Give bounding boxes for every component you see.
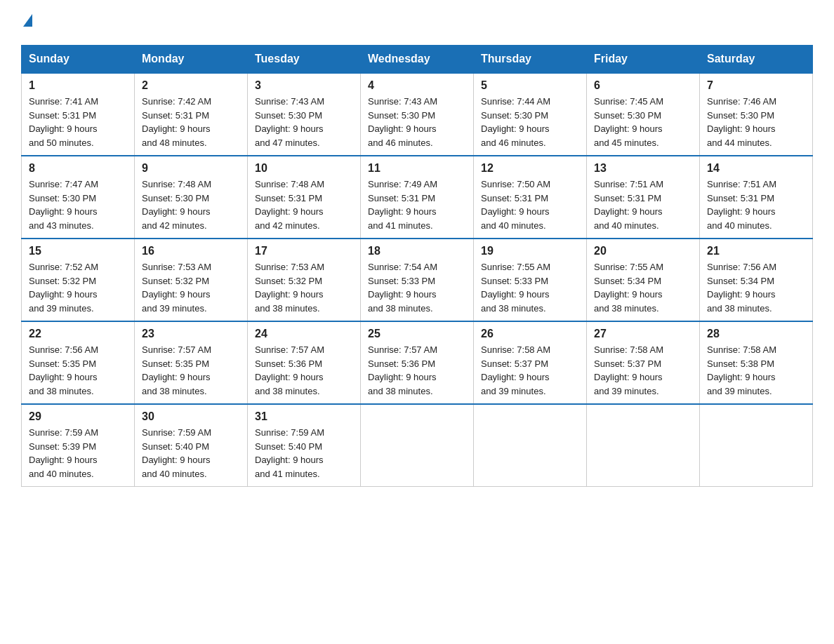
calendar-day-cell: 21Sunrise: 7:56 AMSunset: 5:34 PMDayligh… xyxy=(700,239,813,321)
calendar-day-cell xyxy=(700,404,813,487)
day-number: 16 xyxy=(142,245,240,257)
calendar-header-row: SundayMondayTuesdayWednesdayThursdayFrid… xyxy=(22,46,813,74)
day-number: 15 xyxy=(29,245,127,257)
calendar-day-header: Saturday xyxy=(700,46,813,74)
calendar-day-header: Tuesday xyxy=(248,46,361,74)
day-detail: Sunrise: 7:52 AMSunset: 5:32 PMDaylight:… xyxy=(29,260,127,315)
day-detail: Sunrise: 7:59 AMSunset: 5:40 PMDaylight:… xyxy=(142,426,240,481)
day-number: 5 xyxy=(481,79,579,92)
day-detail: Sunrise: 7:53 AMSunset: 5:32 PMDaylight:… xyxy=(255,260,353,315)
day-number: 21 xyxy=(707,245,805,257)
calendar-table: SundayMondayTuesdayWednesdayThursdayFrid… xyxy=(21,45,813,487)
calendar-week-row: 8Sunrise: 7:47 AMSunset: 5:30 PMDaylight… xyxy=(22,156,813,239)
calendar-day-header: Sunday xyxy=(22,46,135,74)
day-number: 22 xyxy=(29,328,127,340)
day-detail: Sunrise: 7:43 AMSunset: 5:30 PMDaylight:… xyxy=(368,95,466,149)
day-detail: Sunrise: 7:53 AMSunset: 5:32 PMDaylight:… xyxy=(142,260,240,315)
page-header xyxy=(21,14,813,31)
calendar-day-cell: 5Sunrise: 7:44 AMSunset: 5:30 PMDaylight… xyxy=(474,73,587,156)
calendar-day-cell: 19Sunrise: 7:55 AMSunset: 5:33 PMDayligh… xyxy=(474,239,587,321)
calendar-day-cell: 26Sunrise: 7:58 AMSunset: 5:37 PMDayligh… xyxy=(474,321,587,404)
calendar-day-cell: 29Sunrise: 7:59 AMSunset: 5:39 PMDayligh… xyxy=(22,404,135,487)
calendar-day-cell: 15Sunrise: 7:52 AMSunset: 5:32 PMDayligh… xyxy=(22,239,135,321)
day-number: 11 xyxy=(368,162,466,175)
day-detail: Sunrise: 7:59 AMSunset: 5:39 PMDaylight:… xyxy=(29,426,127,481)
day-detail: Sunrise: 7:49 AMSunset: 5:31 PMDaylight:… xyxy=(368,177,466,232)
day-number: 29 xyxy=(29,410,127,423)
day-detail: Sunrise: 7:54 AMSunset: 5:33 PMDaylight:… xyxy=(368,260,466,315)
calendar-day-cell: 1Sunrise: 7:41 AMSunset: 5:31 PMDaylight… xyxy=(22,73,135,156)
day-detail: Sunrise: 7:44 AMSunset: 5:30 PMDaylight:… xyxy=(481,95,579,149)
calendar-day-cell: 25Sunrise: 7:57 AMSunset: 5:36 PMDayligh… xyxy=(361,321,474,404)
calendar-day-cell: 18Sunrise: 7:54 AMSunset: 5:33 PMDayligh… xyxy=(361,239,474,321)
calendar-day-cell: 10Sunrise: 7:48 AMSunset: 5:31 PMDayligh… xyxy=(248,156,361,239)
calendar-day-cell xyxy=(361,404,474,487)
calendar-day-cell: 4Sunrise: 7:43 AMSunset: 5:30 PMDaylight… xyxy=(361,73,474,156)
calendar-week-row: 15Sunrise: 7:52 AMSunset: 5:32 PMDayligh… xyxy=(22,239,813,321)
calendar-day-cell: 30Sunrise: 7:59 AMSunset: 5:40 PMDayligh… xyxy=(135,404,248,487)
calendar-day-cell: 16Sunrise: 7:53 AMSunset: 5:32 PMDayligh… xyxy=(135,239,248,321)
day-number: 12 xyxy=(481,162,579,175)
day-detail: Sunrise: 7:51 AMSunset: 5:31 PMDaylight:… xyxy=(707,177,805,232)
calendar-day-cell: 12Sunrise: 7:50 AMSunset: 5:31 PMDayligh… xyxy=(474,156,587,239)
day-number: 1 xyxy=(29,79,127,92)
calendar-day-cell xyxy=(587,404,700,487)
calendar-day-header: Thursday xyxy=(474,46,587,74)
day-detail: Sunrise: 7:56 AMSunset: 5:35 PMDaylight:… xyxy=(29,343,127,398)
calendar-day-cell: 14Sunrise: 7:51 AMSunset: 5:31 PMDayligh… xyxy=(700,156,813,239)
calendar-day-cell: 8Sunrise: 7:47 AMSunset: 5:30 PMDaylight… xyxy=(22,156,135,239)
day-detail: Sunrise: 7:43 AMSunset: 5:30 PMDaylight:… xyxy=(255,95,353,149)
day-number: 3 xyxy=(255,79,353,92)
day-detail: Sunrise: 7:57 AMSunset: 5:35 PMDaylight:… xyxy=(142,343,240,398)
day-number: 31 xyxy=(255,410,353,423)
logo xyxy=(21,14,32,31)
day-detail: Sunrise: 7:47 AMSunset: 5:30 PMDaylight:… xyxy=(29,177,127,232)
day-number: 26 xyxy=(481,328,579,340)
day-detail: Sunrise: 7:42 AMSunset: 5:31 PMDaylight:… xyxy=(142,95,240,149)
day-detail: Sunrise: 7:45 AMSunset: 5:30 PMDaylight:… xyxy=(594,95,692,149)
calendar-day-cell: 7Sunrise: 7:46 AMSunset: 5:30 PMDaylight… xyxy=(700,73,813,156)
calendar-day-cell xyxy=(474,404,587,487)
day-detail: Sunrise: 7:58 AMSunset: 5:37 PMDaylight:… xyxy=(594,343,692,398)
day-detail: Sunrise: 7:57 AMSunset: 5:36 PMDaylight:… xyxy=(368,343,466,398)
day-number: 23 xyxy=(142,328,240,340)
calendar-day-header: Monday xyxy=(135,46,248,74)
day-number: 14 xyxy=(707,162,805,175)
calendar-day-cell: 13Sunrise: 7:51 AMSunset: 5:31 PMDayligh… xyxy=(587,156,700,239)
day-number: 19 xyxy=(481,245,579,257)
calendar-day-header: Wednesday xyxy=(361,46,474,74)
day-number: 25 xyxy=(368,328,466,340)
calendar-week-row: 22Sunrise: 7:56 AMSunset: 5:35 PMDayligh… xyxy=(22,321,813,404)
calendar-day-cell: 24Sunrise: 7:57 AMSunset: 5:36 PMDayligh… xyxy=(248,321,361,404)
day-detail: Sunrise: 7:58 AMSunset: 5:37 PMDaylight:… xyxy=(481,343,579,398)
day-detail: Sunrise: 7:50 AMSunset: 5:31 PMDaylight:… xyxy=(481,177,579,232)
day-detail: Sunrise: 7:55 AMSunset: 5:34 PMDaylight:… xyxy=(594,260,692,315)
day-detail: Sunrise: 7:59 AMSunset: 5:40 PMDaylight:… xyxy=(255,426,353,481)
day-number: 17 xyxy=(255,245,353,257)
calendar-day-cell: 31Sunrise: 7:59 AMSunset: 5:40 PMDayligh… xyxy=(248,404,361,487)
calendar-week-row: 29Sunrise: 7:59 AMSunset: 5:39 PMDayligh… xyxy=(22,404,813,487)
day-number: 6 xyxy=(594,79,692,92)
day-detail: Sunrise: 7:48 AMSunset: 5:31 PMDaylight:… xyxy=(255,177,353,232)
day-number: 10 xyxy=(255,162,353,175)
day-detail: Sunrise: 7:57 AMSunset: 5:36 PMDaylight:… xyxy=(255,343,353,398)
calendar-day-cell: 28Sunrise: 7:58 AMSunset: 5:38 PMDayligh… xyxy=(700,321,813,404)
day-number: 9 xyxy=(142,162,240,175)
day-number: 24 xyxy=(255,328,353,340)
day-detail: Sunrise: 7:56 AMSunset: 5:34 PMDaylight:… xyxy=(707,260,805,315)
day-number: 2 xyxy=(142,79,240,92)
day-number: 8 xyxy=(29,162,127,175)
day-number: 7 xyxy=(707,79,805,92)
day-detail: Sunrise: 7:46 AMSunset: 5:30 PMDaylight:… xyxy=(707,95,805,149)
day-number: 4 xyxy=(368,79,466,92)
day-number: 30 xyxy=(142,410,240,423)
day-number: 18 xyxy=(368,245,466,257)
day-detail: Sunrise: 7:48 AMSunset: 5:30 PMDaylight:… xyxy=(142,177,240,232)
day-detail: Sunrise: 7:55 AMSunset: 5:33 PMDaylight:… xyxy=(481,260,579,315)
calendar-week-row: 1Sunrise: 7:41 AMSunset: 5:31 PMDaylight… xyxy=(22,73,813,156)
calendar-day-cell: 17Sunrise: 7:53 AMSunset: 5:32 PMDayligh… xyxy=(248,239,361,321)
day-detail: Sunrise: 7:58 AMSunset: 5:38 PMDaylight:… xyxy=(707,343,805,398)
calendar-day-cell: 22Sunrise: 7:56 AMSunset: 5:35 PMDayligh… xyxy=(22,321,135,404)
calendar-day-cell: 6Sunrise: 7:45 AMSunset: 5:30 PMDaylight… xyxy=(587,73,700,156)
day-number: 27 xyxy=(594,328,692,340)
